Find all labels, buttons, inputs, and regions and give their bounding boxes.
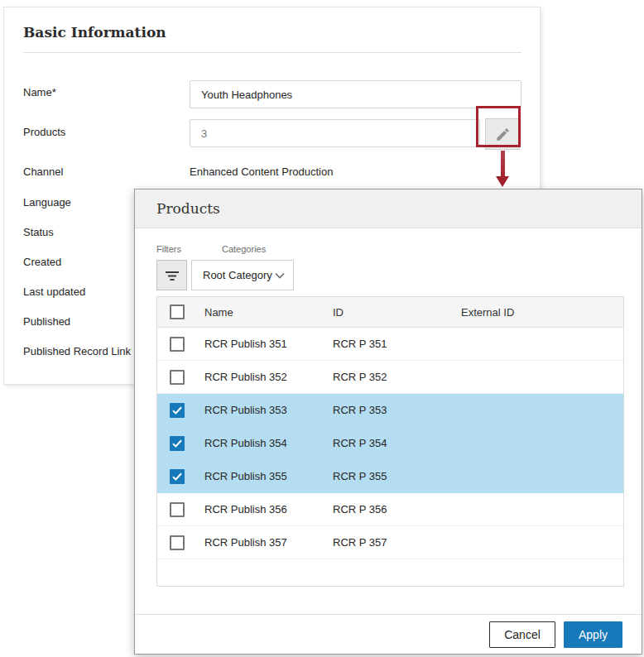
row-name: RCR Publish 351 <box>204 338 333 350</box>
edit-products-button[interactable] <box>485 118 520 150</box>
row-id: RCR P 354 <box>333 437 461 449</box>
edit-pencil-icon <box>495 127 511 142</box>
row-checkbox[interactable] <box>170 370 185 385</box>
name-input[interactable]: Youth Headphones <box>190 80 521 108</box>
table-row[interactable]: RCR Publish 356 RCR P 356 <box>157 493 623 526</box>
checkmark-icon <box>172 439 182 448</box>
products-label: Products <box>23 126 65 138</box>
table-row[interactable]: RCR Publish 357 RCR P 357 <box>157 526 623 559</box>
name-input-value: Youth Headphones <box>201 89 292 101</box>
last-updated-label: Last updated <box>23 285 85 298</box>
row-checkbox[interactable] <box>170 535 185 550</box>
dialog-footer: Cancel Apply <box>135 614 642 654</box>
categories-dropdown-value: Root Category <box>203 269 272 281</box>
published-label: Published <box>23 315 70 328</box>
row-name: RCR Publish 355 <box>204 470 333 482</box>
categories-label: Categories <box>222 244 266 254</box>
screen: Basic Information Name* Youth Headphones… <box>0 0 644 657</box>
row-checkbox[interactable] <box>170 403 185 418</box>
row-name: RCR Publish 352 <box>204 371 333 383</box>
published-record-link-label: Published Record Link <box>23 345 131 357</box>
status-label: Status <box>23 226 54 238</box>
products-input[interactable]: 3 <box>190 119 480 147</box>
select-all-checkbox[interactable] <box>170 305 185 319</box>
header-external-id: External ID <box>461 306 623 319</box>
row-name: RCR Publish 354 <box>204 437 333 449</box>
table-row[interactable]: RCR Publish 351 RCR P 351 <box>157 328 623 361</box>
row-checkbox-cell <box>157 370 204 385</box>
row-name: RCR Publish 356 <box>204 503 333 516</box>
dialog-header: Products <box>135 189 642 228</box>
filter-button[interactable] <box>156 260 187 290</box>
checkmark-icon <box>172 472 182 481</box>
row-id: RCR P 357 <box>333 536 461 549</box>
row-id: RCR P 355 <box>333 470 461 482</box>
panel-title: Basic Information <box>23 24 166 41</box>
title-divider <box>23 52 521 53</box>
row-checkbox[interactable] <box>170 502 185 517</box>
name-label: Name* <box>23 86 56 98</box>
categories-dropdown[interactable]: Root Category <box>191 260 294 290</box>
chevron-down-icon <box>275 272 285 279</box>
row-checkbox-cell <box>157 436 204 451</box>
row-checkbox[interactable] <box>170 337 185 352</box>
row-name: RCR Publish 353 <box>204 404 333 416</box>
row-name: RCR Publish 357 <box>204 536 333 549</box>
row-id: RCR P 351 <box>333 338 461 350</box>
header-checkbox-cell <box>157 305 204 319</box>
table-row[interactable]: RCR Publish 354 RCR P 354 <box>157 427 623 460</box>
apply-button[interactable]: Apply <box>564 621 622 648</box>
row-checkbox-cell <box>157 502 204 517</box>
channel-label: Channel <box>23 165 63 178</box>
header-id: ID <box>333 306 461 319</box>
table-row[interactable]: RCR Publish 355 RCR P 355 <box>157 460 623 493</box>
table-row[interactable]: RCR Publish 352 RCR P 352 <box>157 361 623 394</box>
table-header-row: Name ID External ID <box>157 297 623 328</box>
table-row[interactable]: RCR Publish 353 RCR P 353 <box>157 394 623 427</box>
row-checkbox-cell <box>157 469 204 484</box>
filter-lines-icon <box>165 270 180 281</box>
row-id: RCR P 353 <box>333 404 461 416</box>
row-checkbox[interactable] <box>170 469 185 484</box>
row-id: RCR P 356 <box>333 503 461 516</box>
header-name: Name <box>204 306 333 319</box>
products-table: Name ID External ID RCR Publish 351 RCR … <box>156 296 624 587</box>
row-checkbox-cell <box>157 535 204 550</box>
dialog-title: Products <box>156 200 220 217</box>
row-checkbox[interactable] <box>170 436 185 451</box>
row-checkbox-cell <box>157 337 204 352</box>
language-label: Language <box>23 196 71 209</box>
row-id: RCR P 352 <box>333 371 461 383</box>
channel-value: Enhanced Content Production <box>190 165 333 178</box>
row-checkbox-cell <box>157 403 204 418</box>
checkmark-icon <box>172 406 182 415</box>
filters-label: Filters <box>156 244 181 254</box>
created-label: Created <box>23 256 61 268</box>
products-dialog: Products Filters Categories Root Categor… <box>134 189 642 655</box>
products-input-value: 3 <box>201 127 207 140</box>
table-body: RCR Publish 351 RCR P 351 RCR Publish 35… <box>157 328 623 559</box>
cancel-button[interactable]: Cancel <box>489 621 555 648</box>
